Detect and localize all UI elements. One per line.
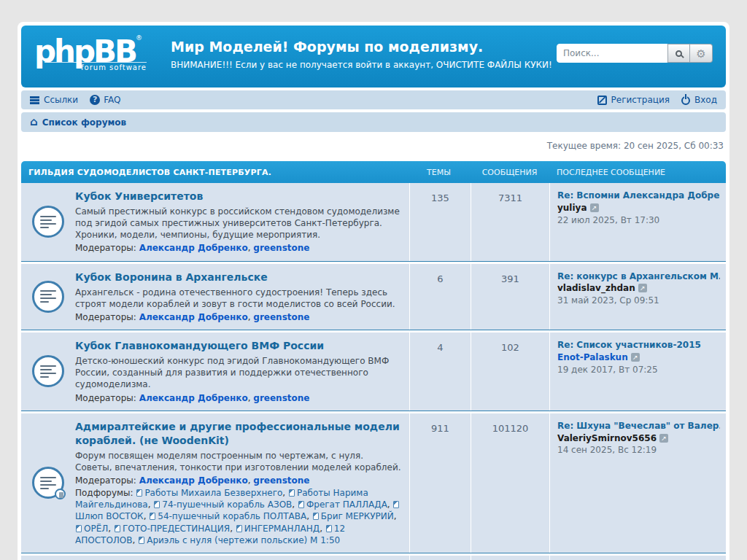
subforum-doc-icon [136, 489, 142, 497]
forum-icon [32, 206, 64, 238]
phpbb-logo[interactable]: phpBB® forum software [34, 34, 155, 71]
breadcrumb-label: Список форумов [42, 117, 126, 128]
login-label: Вход [694, 95, 717, 105]
faq-label: FAQ [104, 95, 120, 105]
subforum-link[interactable]: Фрегат ПАЛЛАДА [306, 499, 387, 510]
subforum-doc-icon [236, 525, 242, 532]
quick-links-menu[interactable]: Ссылки [30, 95, 78, 105]
last-post-title-link[interactable]: Re: Список участников-2015 [557, 339, 720, 351]
moderator-link[interactable]: Александр Добренко [139, 475, 248, 486]
login-link[interactable]: Вход [681, 95, 717, 105]
moderators-label: Модераторы: [75, 393, 139, 403]
subforum-doc-icon [139, 537, 144, 544]
last-post-user-line: ValeriySmirnov5656 [557, 432, 720, 445]
topics-count: 6 [409, 264, 471, 330]
subforum-doc-icon [298, 501, 304, 508]
forum-icon-cell [21, 264, 75, 330]
column-header-topics: ТЕМЫ [408, 168, 470, 177]
last-post-user-link[interactable]: ValeriySmirnov5656 [557, 433, 657, 443]
search-input[interactable] [557, 44, 667, 63]
advanced-search-button[interactable]: ⚙ [690, 44, 713, 63]
moderator-link[interactable]: Александр Добренко [139, 243, 248, 253]
moderator-link[interactable]: Александр Добренко [139, 393, 248, 403]
last-post-title-link[interactable]: Re: Вспомни Александра Добрен… [557, 190, 720, 202]
register-link[interactable]: Регистрация [597, 95, 670, 105]
moderators-line: Модераторы: Александр Добренко, greensto… [75, 311, 402, 323]
forum-description: Форум посвящен моделям построенным по че… [75, 450, 402, 473]
posts-count: 102 [471, 332, 549, 411]
register-label: Регистрация [611, 95, 670, 105]
last-post-date: 19 дек 2017, Вт 07:25 [557, 364, 720, 376]
moderator-link[interactable]: greenstone [253, 312, 309, 322]
category-title: ГИЛЬДИЯ СУДОМОДЕЛИСТОВ САНКТ-ПЕТЕРБУРГА. [21, 168, 408, 177]
goto-last-post-icon[interactable] [631, 353, 640, 362]
forum-rows-list: Кубок Университетов Самый престижный кон… [21, 183, 726, 560]
forum-row: Такелаж, рангоут, паруса Такелаж, рангоу… [21, 556, 726, 560]
last-post-user-link[interactable]: vladislav_zhdan [557, 283, 635, 293]
subforum-doc-icon [150, 513, 155, 520]
forum-icon [32, 467, 64, 499]
topics-count: 126 [409, 556, 471, 560]
moderator-link[interactable]: greenstone [253, 243, 309, 253]
subforum-link[interactable]: ИНГЕРМАНЛАНД [244, 524, 320, 534]
subforum-link[interactable]: Ариэль с нуля (чертежи польские) М 1:50 [147, 535, 340, 545]
last-post-date: 31 май 2023, Ср 09:51 [557, 295, 720, 307]
forum-title-link[interactable]: Кубок Университетов [75, 190, 203, 202]
moderator-link[interactable]: greenstone [253, 475, 309, 486]
last-post-cell: Re: Вспомни Александра Добрен… yuliya 22… [549, 183, 726, 261]
registered-mark: ® [136, 34, 142, 42]
site-header: phpBB® forum software Мир Моделей! Форум… [21, 26, 726, 88]
moderator-link[interactable]: greenstone [253, 393, 309, 403]
last-post-cell: Re: Мартин-гик в начале 18 ве… IgorKrugl… [549, 556, 726, 560]
subforum-link[interactable]: 74-пушечный корабль АЗОВ [162, 499, 292, 510]
search-icon [676, 50, 682, 57]
subforum-doc-icon [289, 489, 295, 497]
category-header: ГИЛЬДИЯ СУДОМОДЕЛИСТОВ САНКТ-ПЕТЕРБУРГА.… [21, 161, 726, 183]
forum-title-link[interactable]: Кубок Воронина в Архангельске [75, 271, 268, 283]
subforum-doc-icon [326, 525, 332, 532]
forum-title-link[interactable]: Кубок Главнокомандующего ВМФ России [75, 340, 324, 351]
forum-row: Кубок Университетов Самый престижный кон… [21, 183, 726, 262]
moderators-line: Модераторы: Александр Добренко, greensto… [75, 475, 402, 486]
forum-row: Адмиралтейские и другие профессиональные… [21, 413, 726, 553]
breadcrumb-bar: ⌂Список форумов [21, 112, 726, 132]
subforum-link[interactable]: ГОТО-ПРЕДЕСТИНАЦИЯ [123, 524, 230, 534]
subforum-doc-icon [76, 525, 82, 532]
posts-count: 391 [471, 264, 549, 330]
forum-icon-cell [21, 183, 75, 261]
last-post-title-link[interactable]: Re: Шхуна "Вечеслав" от Валер… [557, 420, 720, 432]
goto-last-post-icon[interactable] [590, 203, 599, 212]
last-post-cell: Re: конкурс в Архангельском М… vladislav… [549, 264, 726, 330]
last-post-date: 22 июл 2025, Вт 17:30 [557, 214, 720, 227]
search-button[interactable] [667, 44, 690, 63]
forum-description: Архангельск - родина отечественного судо… [75, 287, 402, 310]
moderator-link[interactable]: Александр Добренко [139, 312, 248, 322]
subforum-link[interactable]: Шлюп ВОСТОК [75, 511, 144, 521]
forum-details-cell: Кубок Университетов Самый престижный кон… [75, 183, 409, 261]
last-post-user-link[interactable]: Enot-Palaskun [557, 352, 628, 362]
forum-description: Детско-юношеский конкурс под эгидой Глав… [75, 355, 402, 391]
last-post-cell: Re: Список участников-2015 Enot-Palaskun… [549, 332, 726, 411]
subforum-link[interactable]: Бриг МЕРКУРИЙ [321, 511, 394, 521]
hamburger-icon [30, 96, 39, 104]
forum-title-link[interactable]: Адмиралтейские и другие профессиональные… [75, 421, 400, 446]
moderators-line: Модераторы: Александр Добренко, greensto… [75, 392, 402, 404]
goto-last-post-icon[interactable] [638, 284, 647, 292]
column-header-lastpost: ПОСЛЕДНЕЕ СООБЩЕНИЕ [549, 168, 726, 177]
moderators-label: Модераторы: [75, 475, 139, 486]
subforum-link[interactable]: ОРЁЛ [84, 524, 108, 534]
subforum-link[interactable]: 54-пушечный корабль ПОЛТАВА [158, 511, 306, 521]
last-post-user-link[interactable]: yuliya [557, 203, 587, 213]
topics-count: 135 [409, 183, 471, 261]
faq-link[interactable]: ?FAQ [90, 95, 120, 105]
last-post-title-link[interactable]: Re: конкурс в Архангельском М… [557, 271, 720, 283]
current-time: Текущее время: 20 сен 2025, Сб 00:33 [23, 141, 724, 151]
forum-row: Кубок Воронина в Архангельске Архангельс… [21, 264, 726, 330]
goto-last-post-icon[interactable] [659, 434, 668, 443]
forum-icon [32, 355, 64, 387]
forum-icon-cell [21, 556, 75, 560]
breadcrumb[interactable]: ⌂Список форумов [30, 117, 126, 128]
subforums-label: Подфорумы: [75, 488, 136, 498]
posts-count: 6374 [471, 556, 549, 560]
subforum-link[interactable]: Работы Михаила Безверхнего [144, 488, 282, 498]
